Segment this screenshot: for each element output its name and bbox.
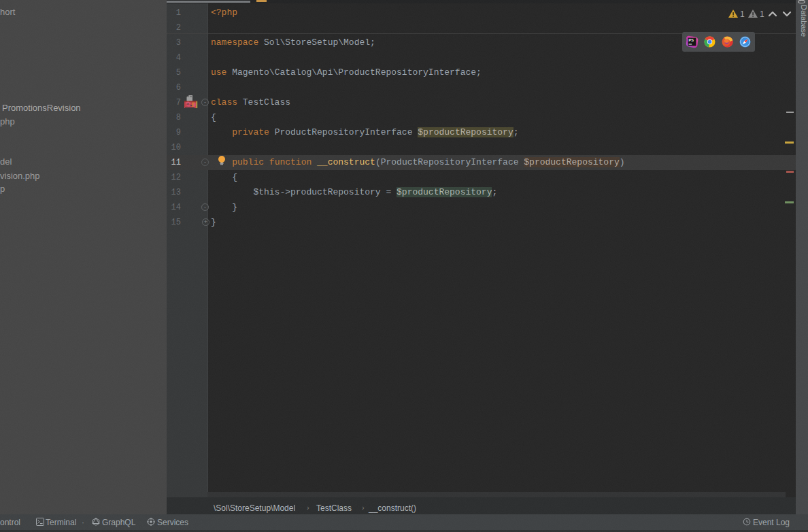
svg-text:1: 1: [760, 10, 764, 19]
svg-text:1: 1: [740, 10, 745, 19]
svg-text:PS: PS: [689, 38, 694, 42]
